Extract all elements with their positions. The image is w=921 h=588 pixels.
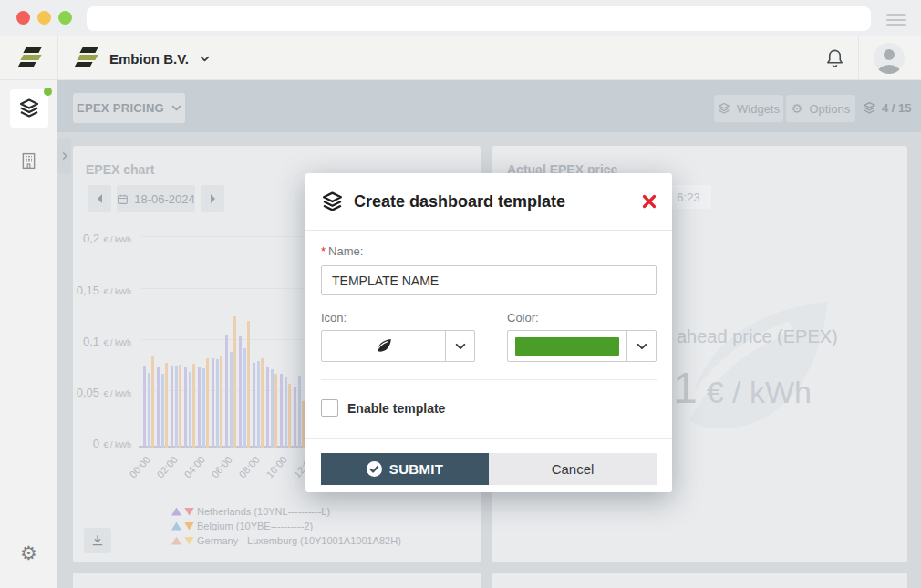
chart-bar: [198, 367, 201, 448]
chart-bar: [257, 361, 260, 448]
options-button-label: Options: [809, 102, 850, 116]
enable-template-label: Enable template: [347, 401, 445, 416]
color-select[interactable]: [507, 330, 657, 362]
download-icon: [90, 533, 105, 548]
create-template-modal: Create dashboard template *Name: Icon:: [305, 173, 672, 492]
sidebar: ⚙: [0, 80, 57, 588]
user-avatar[interactable]: [874, 43, 905, 74]
chart-bar: [233, 316, 236, 448]
traffic-light-close-button[interactable]: [16, 11, 30, 25]
layers-icon: [863, 101, 876, 115]
header-divider: [57, 36, 58, 80]
price-unit: € / kWh: [707, 375, 812, 410]
widgets-button[interactable]: Widgets: [714, 95, 783, 122]
price-value-row: 1 € / kWh: [673, 363, 812, 413]
template-name-input[interactable]: [321, 265, 657, 295]
widgets-icon: [718, 102, 730, 115]
date-next-button[interactable]: [201, 185, 224, 212]
close-icon[interactable]: [642, 194, 657, 209]
legend-down-triangle-icon: [184, 537, 194, 545]
browser-chrome: [0, 0, 921, 36]
bottom-left-panel: [73, 573, 481, 588]
y-axis-tick: 0,2 € / kWh: [60, 230, 131, 246]
chart-bar: [220, 356, 222, 448]
traffic-light-zoom-button[interactable]: [58, 11, 72, 25]
price-time: 6:23: [677, 191, 699, 204]
company-selector[interactable]: Embion B.V.: [75, 47, 210, 69]
chevron-down-icon: [200, 56, 210, 62]
chart-bar: [148, 373, 150, 448]
name-field-label: *Name:: [321, 242, 657, 259]
dashboard-count-badge[interactable]: 4 / 15: [863, 101, 912, 115]
options-button[interactable]: ⚙ Options: [786, 95, 855, 122]
chart-bar: [274, 374, 277, 448]
sidebar-item-settings[interactable]: ⚙: [0, 543, 57, 562]
modal-divider: [321, 379, 657, 380]
y-axis-tick: 0,1 € / kWh: [60, 333, 131, 349]
panel-expander[interactable]: [57, 139, 71, 173]
arrow-left-icon: [98, 194, 102, 203]
chart-bar: [143, 366, 146, 448]
enable-template-row: Enable template: [321, 399, 657, 417]
chevron-right-icon: [61, 151, 68, 160]
widgets-button-label: Widgets: [737, 102, 780, 116]
icon-select[interactable]: [321, 330, 475, 362]
notifications-bell-icon[interactable]: [824, 47, 845, 73]
chart-bar: [280, 374, 283, 448]
chart-bar: [285, 377, 287, 448]
chevron-down-icon: [445, 331, 474, 361]
cancel-button-label: Cancel: [552, 461, 595, 477]
epex-chart-title: EPEX chart: [86, 162, 154, 177]
legend-item: Belgium (10YBE----------2): [171, 520, 313, 532]
submit-button[interactable]: SUBMIT: [321, 453, 489, 485]
price-label: ahead price (EPEX): [677, 326, 838, 347]
url-bar[interactable]: [87, 6, 871, 31]
dashboard-selector-label: EPEX PRICING: [77, 101, 164, 115]
check-circle-icon: [367, 461, 382, 477]
layers-icon: [18, 98, 40, 119]
chevron-down-icon: [626, 331, 656, 361]
browser-menu-icon[interactable]: [886, 14, 906, 29]
download-chart-button[interactable]: [84, 528, 111, 553]
chart-bar: [179, 365, 181, 448]
chart-bar: [206, 358, 209, 448]
dashboard-count-label: 4 / 15: [882, 101, 912, 115]
legend-label: Belgium (10YBE----------2): [197, 521, 313, 531]
color-field-label: Color:: [507, 311, 657, 325]
chart-bar: [161, 374, 164, 448]
chart-bar: [302, 401, 305, 448]
date-picker-button[interactable]: 18-06-2024: [117, 185, 195, 212]
cancel-button[interactable]: Cancel: [489, 453, 657, 485]
legend-label: Netherlands (10YNL----------L): [197, 506, 330, 517]
chart-bar: [212, 358, 214, 448]
date-prev-button[interactable]: [88, 185, 111, 212]
chart-bar: [247, 321, 250, 448]
dashboard-selector-button[interactable]: EPEX PRICING: [73, 93, 185, 123]
sidebar-item-dashboards[interactable]: [10, 89, 48, 128]
enable-template-checkbox[interactable]: [321, 399, 338, 417]
icon-color-row: Icon: Color:: [321, 311, 657, 362]
legend-up-triangle-icon: [171, 537, 181, 545]
chart-bar: [171, 366, 173, 448]
submit-button-label: SUBMIT: [389, 461, 443, 477]
header-divider: [858, 36, 859, 80]
y-axis-tick: 0,05 € / kWh: [60, 384, 131, 400]
chart-bar: [192, 364, 195, 448]
legend-down-triangle-icon: [184, 522, 194, 531]
company-logo-icon: [75, 47, 98, 69]
chart-bar: [216, 359, 219, 448]
leaf-icon: [374, 336, 393, 356]
sidebar-item-organisation[interactable]: [0, 151, 57, 170]
chart-bar: [271, 369, 274, 448]
legend-down-triangle-icon: [184, 508, 194, 516]
chart-bar: [165, 363, 168, 448]
app-window: Embion B.V. ⚙ EPEX PRICING Widgets: [0, 0, 921, 588]
gear-icon: ⚙: [792, 102, 803, 115]
color-swatch: [515, 337, 619, 356]
chart-bar: [189, 372, 191, 448]
traffic-light-minimize-button[interactable]: [37, 11, 51, 25]
chart-bar: [157, 367, 160, 448]
chart-bar: [253, 363, 255, 448]
chart-bar: [243, 348, 246, 448]
icon-field-label: Icon:: [321, 311, 475, 325]
